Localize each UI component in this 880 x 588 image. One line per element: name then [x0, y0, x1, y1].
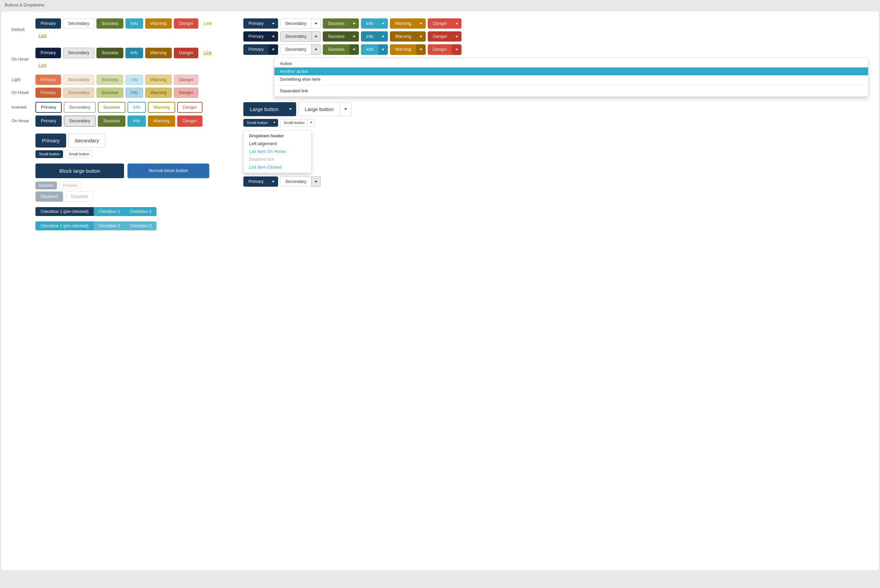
secondary-split-main-1[interactable]: Secondary [280, 18, 311, 28]
something-else-item[interactable]: Something else here [274, 75, 868, 83]
secondary-split-caret-3[interactable] [311, 44, 321, 54]
danger-hover-btn[interactable]: Danger [174, 48, 199, 58]
info-light-hover-btn[interactable]: Info [125, 87, 143, 98]
primary-inv-hover-btn[interactable]: Primary [35, 116, 62, 126]
list-item-hover-item[interactable]: List Item On Hover [244, 147, 311, 155]
link-hover-btn[interactable]: Link [35, 31, 50, 41]
checkbox3-2-btn[interactable]: Checkbox 3 [125, 221, 156, 230]
primary-large-split-caret[interactable] [285, 102, 296, 116]
checkbox3-btn[interactable]: Checkbox 3 [125, 207, 156, 216]
link-default2-btn[interactable]: Link [200, 48, 215, 58]
normal-block-btn[interactable]: Normal block button [128, 164, 209, 178]
secondary-large-split-main[interactable]: Large button [298, 102, 339, 116]
info-default-btn[interactable]: Info [125, 18, 143, 28]
warning-split-main-3[interactable]: Warning [390, 44, 416, 54]
secondary-split-caret-2[interactable] [311, 32, 321, 42]
danger-light-hover-btn[interactable]: Danger [174, 87, 199, 98]
info-hover-btn[interactable]: Info [125, 48, 143, 58]
primary-split-main-2[interactable]: Primary [243, 32, 269, 42]
warning-split-caret-2[interactable] [416, 32, 426, 42]
separated-link-item[interactable]: Separated link [274, 87, 868, 95]
secondary-large-split-caret[interactable] [340, 102, 351, 116]
secondary-hover-btn[interactable]: Secondary [63, 48, 95, 58]
warning-inverted-btn[interactable]: Warning [148, 102, 175, 113]
primary-split-caret-1[interactable] [269, 18, 278, 28]
primary-small-split-main[interactable]: Small button [243, 119, 270, 127]
primary-hover-btn[interactable]: Primary [35, 48, 61, 58]
primary-split-caret-2[interactable] [269, 32, 278, 42]
warning-inv-hover-btn[interactable]: Warning [148, 116, 175, 126]
danger-inv-hover-btn[interactable]: Danger [177, 116, 203, 126]
danger-split-main-3[interactable]: Danger [428, 44, 452, 54]
primary-bottom-split-caret[interactable] [269, 177, 278, 187]
secondary-small-split-caret[interactable] [308, 119, 315, 127]
primary-inverted-btn[interactable]: Primary [35, 102, 62, 113]
warning-default-btn[interactable]: Warning [145, 18, 172, 28]
success-light-hover-btn[interactable]: Success [96, 87, 123, 98]
info-light-btn[interactable]: Info [125, 75, 143, 85]
danger-split-caret-1[interactable] [452, 18, 461, 28]
left-alignment-item[interactable]: Left alignment [244, 140, 311, 147]
link-default-btn[interactable]: Link [200, 18, 215, 28]
secondary-bottom-split-caret[interactable] [311, 177, 321, 187]
success-split-main-3[interactable]: Success [323, 44, 349, 54]
another-action-item[interactable]: Another action [274, 68, 868, 75]
success-split-main-2[interactable]: Success [323, 32, 349, 42]
danger-split-caret-2[interactable] [452, 32, 461, 42]
info-inv-hover-btn[interactable]: Info [128, 116, 146, 126]
warning-split-caret-1[interactable] [416, 18, 426, 28]
primary-split-main-1[interactable]: Primary [243, 18, 269, 28]
secondary-bottom-split-main[interactable]: Secondary [280, 177, 311, 187]
primary-large-split-main[interactable]: Large button [243, 102, 285, 116]
primary-small-btn[interactable]: Small button [35, 150, 63, 158]
primary-default-btn[interactable]: Primary [35, 18, 61, 28]
danger-split-caret-3[interactable] [452, 44, 461, 54]
danger-default-btn[interactable]: Danger [174, 18, 199, 28]
secondary-large-btn[interactable]: Secondary [68, 134, 106, 147]
success-split-caret-1[interactable] [349, 18, 359, 28]
primary-bottom-split-main[interactable]: Primary [243, 177, 269, 187]
checkbox1-active-btn[interactable]: Checkbox 1 (pre-checked) [35, 207, 94, 216]
block-large-btn[interactable]: Block large button [35, 164, 124, 178]
success-hover-btn[interactable]: Success [96, 48, 123, 58]
checkbox2-btn[interactable]: Checkbox 2 [94, 207, 125, 216]
primary-light-hover-btn[interactable]: Primary [35, 87, 61, 98]
info-split-main-3[interactable]: Info [361, 44, 378, 54]
success-inverted-btn[interactable]: Success [98, 102, 125, 113]
secondary-light-hover-btn[interactable]: Secondary [63, 87, 95, 98]
success-split-caret-2[interactable] [349, 32, 359, 42]
info-inverted-btn[interactable]: Info [128, 102, 146, 113]
info-split-caret-2[interactable] [378, 32, 388, 42]
list-item-clicked-item[interactable]: List Item Clicked [244, 163, 311, 171]
warning-light-btn[interactable]: Warning [145, 75, 172, 85]
primary-light-btn[interactable]: Primary [35, 75, 61, 85]
secondary-inv-hover-btn[interactable]: Secondary [64, 116, 96, 126]
success-inv-hover-btn[interactable]: Success [98, 116, 125, 126]
checkbox2-2-btn[interactable]: Checkbox 2 [94, 221, 125, 230]
secondary-small-btn[interactable]: Small button [65, 150, 93, 158]
primary-split-caret-3[interactable] [269, 44, 278, 54]
danger-light-btn[interactable]: Danger [174, 75, 199, 85]
warning-split-main-1[interactable]: Warning [390, 18, 416, 28]
success-light-btn[interactable]: Success [96, 75, 123, 85]
info-split-caret-3[interactable] [378, 44, 388, 54]
success-default-btn[interactable]: Success [96, 18, 123, 28]
info-split-main-1[interactable]: Info [361, 18, 378, 28]
primary-split-main-3[interactable]: Primary [243, 44, 269, 54]
warning-hover-btn[interactable]: Warning [145, 48, 172, 58]
danger-inverted-btn[interactable]: Danger [177, 102, 203, 113]
warning-split-main-2[interactable]: Warning [390, 32, 416, 42]
primary-large-btn[interactable]: Primary [35, 134, 66, 147]
secondary-split-main-2[interactable]: Secondary [280, 32, 311, 42]
checkbox1-active2-btn[interactable]: Checkbox 1 (pre-checked) [35, 221, 94, 230]
warning-light-hover-btn[interactable]: Warning [145, 87, 172, 98]
primary-small-split-caret[interactable] [270, 119, 278, 127]
secondary-split-main-3[interactable]: Secondary [280, 44, 311, 54]
success-split-caret-3[interactable] [349, 44, 359, 54]
action-item[interactable]: Action [274, 60, 868, 68]
link-hover2-btn[interactable]: Link [35, 60, 50, 70]
danger-split-main-2[interactable]: Danger [428, 32, 452, 42]
danger-split-main-1[interactable]: Danger [428, 18, 452, 28]
success-split-main-1[interactable]: Success [323, 18, 349, 28]
info-split-main-2[interactable]: Info [361, 32, 378, 42]
